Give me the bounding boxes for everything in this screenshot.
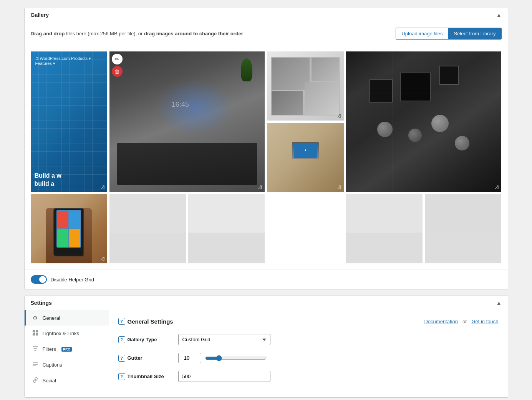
svg-rect-0 [33, 330, 35, 332]
sidebar-label-general: General [43, 315, 60, 321]
toggle-thumb [39, 276, 46, 283]
settings-links: Documentation - or - Get in touch [424, 319, 498, 324]
svg-rect-3 [36, 333, 38, 336]
gear-icon: ⚙ [32, 315, 39, 321]
gallery-type-label: ? Gallery Type [118, 336, 172, 343]
resize-icon-5 [336, 184, 342, 190]
or-separator: - or - [459, 319, 470, 324]
settings-content: ? General Settings Documentation - or - … [109, 310, 508, 397]
documentation-link[interactable]: Documentation [424, 319, 457, 324]
sidebar-label-social: Social [43, 378, 56, 383]
settings-panel-header: Settings ▲ [25, 296, 508, 310]
gallery-grid: Build a wbuild a ⊙ WordPress.com Product… [25, 45, 508, 269]
toolbar-buttons: Upload image files Select from Library [396, 28, 501, 40]
sidebar-item-filters[interactable]: Filters PRO [25, 341, 109, 357]
helper-grid-row: Disable Helper Grid [25, 269, 508, 289]
sidebar-item-general[interactable]: ⚙ General [25, 310, 109, 326]
gallery-item-ghost-1[interactable] [109, 194, 186, 263]
gallery-collapse-button[interactable]: ▲ [496, 12, 502, 18]
gallery-type-help[interactable]: ? [118, 336, 125, 343]
helper-grid-label: Disable Helper Grid [51, 277, 94, 283]
sidebar-item-captions[interactable]: Captions [25, 357, 109, 373]
gallery-item-1[interactable]: Build a wbuild a ⊙ WordPress.com Product… [31, 51, 107, 192]
thumbnail-size-control [178, 371, 270, 382]
gallery-type-row: ? Gallery Type Custom Grid Masonry Justi… [118, 334, 499, 345]
settings-collapse-icon: ▲ [496, 300, 502, 306]
settings-collapse-button[interactable]: ▲ [496, 300, 502, 306]
gallery-panel-title: Gallery [31, 12, 49, 18]
settings-panel: Settings ▲ ⚙ General [24, 296, 508, 398]
item-2-actions: ✏ 🗑 [112, 54, 123, 77]
resize-icon-6 [99, 256, 106, 262]
thumbnail-size-row: ? Thumbnail Size [118, 371, 499, 382]
sidebar-item-social[interactable]: Social [25, 373, 109, 388]
thumbnail-size-label: ? Thumbnail Size [118, 373, 172, 380]
thumbnail-size-help[interactable]: ? [118, 373, 125, 380]
delete-icon: 🗑 [114, 69, 119, 74]
wp-logo-text: ⊙ WordPress.com Products ▾ Features ▾ [35, 56, 91, 66]
gallery-item-6[interactable] [31, 194, 107, 263]
settings-content-title: General Settings [128, 318, 173, 325]
gallery-panel-header: Gallery ▲ [25, 8, 508, 22]
gallery-panel: Gallery ▲ Drag and drop files here (max … [24, 8, 508, 289]
drag-drop-mid: files here (max 256 MB per file), or [65, 31, 144, 36]
grid-icon [32, 330, 39, 337]
svg-rect-1 [36, 330, 38, 332]
edit-image-button-2[interactable]: ✏ [112, 54, 123, 64]
gutter-label: ? Gutter [118, 355, 172, 362]
gutter-number-input[interactable] [178, 353, 201, 363]
get-in-touch-link[interactable]: Get in touch [471, 319, 498, 324]
settings-content-header: ? General Settings Documentation - or - … [118, 318, 499, 325]
gallery-item-ghost-4[interactable] [425, 194, 501, 263]
gutter-range-slider[interactable] [205, 355, 267, 361]
gallery-type-control: Custom Grid Masonry Justified Slideshow … [178, 334, 270, 345]
gutter-help[interactable]: ? [118, 355, 125, 362]
drag-order-bold: drag images around to change their order [144, 31, 243, 36]
gallery-item-2[interactable]: 16:45 ✏ 🗑 [109, 51, 265, 192]
filter-icon [32, 346, 39, 352]
wp-image-text: Build a wbuild a [35, 172, 61, 188]
gallery-toolbar: Drag and drop files here (max 256 MB per… [25, 22, 508, 45]
gallery-toolbar-text: Drag and drop files here (max 256 MB per… [31, 31, 243, 36]
settings-panel-title: Settings [31, 300, 52, 306]
settings-sidebar: ⚙ General Lightbox & Links [25, 310, 109, 397]
clock-text: 16:45 [172, 101, 189, 108]
thumbnail-size-input[interactable] [178, 371, 270, 382]
edit-icon: ✏ [115, 56, 119, 62]
gallery-item-5[interactable]: ✦ [267, 123, 343, 192]
link-icon [32, 377, 39, 384]
collapse-up-icon: ▲ [496, 12, 502, 18]
gallery-type-select[interactable]: Custom Grid Masonry Justified Slideshow … [178, 334, 270, 345]
gallery-item-4[interactable] [346, 51, 502, 192]
helper-grid-toggle[interactable] [31, 275, 47, 284]
resize-icon-4 [494, 184, 500, 190]
gallery-item-ghost-3[interactable] [346, 194, 423, 263]
svg-rect-2 [33, 333, 35, 336]
pro-badge: PRO [61, 347, 72, 352]
gallery-item-3[interactable] [267, 51, 343, 121]
settings-layout: ⚙ General Lightbox & Links [25, 310, 508, 397]
drag-drop-bold: Drag and drop [31, 31, 65, 36]
gutter-control [178, 353, 267, 363]
resize-icon-2 [257, 184, 263, 190]
gutter-row: ? Gutter [118, 353, 499, 363]
gallery-item-ghost-2[interactable] [188, 194, 265, 263]
lines-icon [32, 362, 39, 368]
sidebar-item-lightbox[interactable]: Lightbox & Links [25, 326, 109, 341]
resize-icon-3 [336, 113, 342, 119]
sidebar-label-filters: Filters [43, 346, 56, 352]
upload-image-files-button[interactable]: Upload image files [396, 28, 448, 40]
sidebar-label-lightbox: Lightbox & Links [43, 331, 79, 336]
general-settings-help-icon[interactable]: ? [118, 318, 125, 325]
select-from-library-button[interactable]: Select from Library [448, 28, 501, 40]
toggle-track [31, 275, 47, 284]
resize-icon-1 [99, 184, 106, 190]
sidebar-label-captions: Captions [43, 362, 62, 368]
delete-image-button-2[interactable]: 🗑 [112, 66, 123, 77]
